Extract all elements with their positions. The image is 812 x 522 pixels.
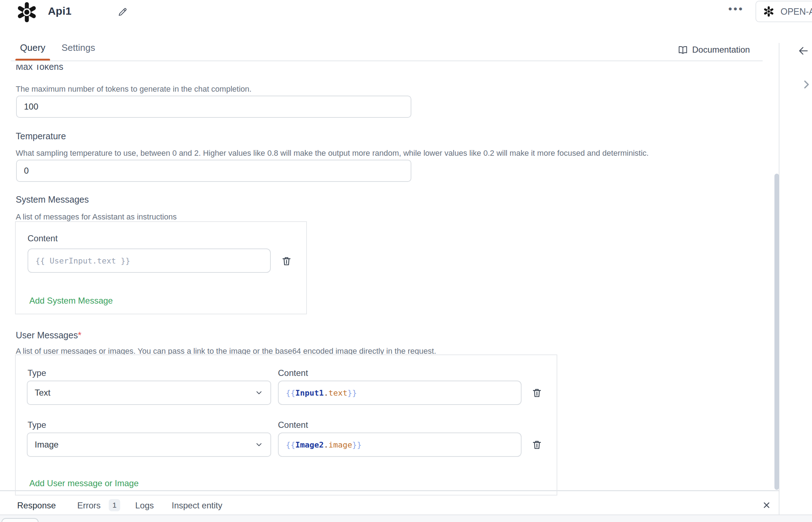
datasource-button-label: OPEN-AI [781,6,812,17]
expand-panel-button[interactable] [801,79,812,90]
code-entity: Input1 [295,388,324,397]
trash-icon [532,439,542,450]
row1-type-value: Text [35,388,50,398]
edit-name-button[interactable] [117,6,128,17]
bottom-strip [0,515,812,522]
code-property: image [328,440,352,449]
query-name-title: Api1 [48,5,72,17]
tab-query[interactable]: Query [20,42,45,53]
bottom-bar-top-divider [0,490,779,491]
chevron-down-icon [255,388,263,397]
bottom-tab-response[interactable]: Response [17,501,56,511]
system-messages-label: System Messages [16,194,89,205]
documentation-label: Documentation [692,45,750,55]
code-property: text [328,388,347,397]
row1-content-input[interactable]: {{Input1.text}} [278,381,522,405]
chevron-right-icon [801,79,812,90]
row2-type-select[interactable]: Image [27,432,271,457]
chevron-down-icon [255,440,263,449]
delete-system-message-button[interactable] [281,256,292,266]
row1-content-label: Content [278,368,308,378]
code-close-brace: }} [347,388,357,397]
temperature-description: What sampling temperature to use, betwee… [16,149,771,158]
close-bottom-pane-button[interactable] [762,501,771,510]
row1-type-label: Type [28,368,46,378]
bottom-tab-inspect-entity[interactable]: Inspect entity [172,501,222,511]
book-icon [678,45,688,55]
system-content-label: Content [28,233,58,243]
openai-logo-small-icon [763,5,775,18]
system-content-placeholder: {{ UserInput.text }} [35,256,130,265]
pencil-icon [117,6,128,17]
errors-count-badge: 1 [109,499,120,511]
bottom-tab-errors[interactable]: Errors [77,501,101,511]
tab-settings[interactable]: Settings [62,42,95,53]
delete-row2-button[interactable] [532,439,542,450]
code-entity: Image2 [295,440,324,449]
trash-icon [532,387,542,398]
code-open-brace: {{ [286,388,295,397]
collapse-panel-button[interactable] [798,45,809,57]
close-icon [762,501,771,510]
code-dot: . [324,440,328,449]
datasource-button[interactable]: OPEN-AI [755,1,812,22]
max-tokens-input[interactable] [16,96,411,118]
delete-row1-button[interactable] [532,387,542,398]
more-menu-button[interactable]: ••• [728,4,744,14]
more-dots-icon: ••• [728,3,744,15]
max-tokens-description: The maximum number of tokens to generate… [16,84,251,94]
query-editor-screen: Api1 ••• [0,0,812,522]
code-open-brace: {{ [286,440,295,449]
scrollbar-thumb[interactable] [774,174,779,490]
tab-divider [11,61,763,61]
code-close-brace: }} [352,440,362,449]
trash-icon [281,256,292,266]
add-user-message-button[interactable]: Add User message or Image [29,478,138,488]
row2-content-label: Content [278,420,308,430]
row1-type-select[interactable]: Text [27,381,271,405]
bottom-tab-logs[interactable]: Logs [135,501,154,511]
temperature-label: Temperature [16,131,66,141]
max-tokens-label: Max Tokens [16,65,63,73]
row2-type-value: Image [35,440,59,450]
system-content-input[interactable]: {{ UserInput.text }} [28,248,271,273]
arrow-left-icon [798,45,809,57]
row2-type-label: Type [28,420,46,430]
row2-content-input[interactable]: {{Image2.image}} [278,432,522,457]
add-system-message-button[interactable]: Add System Message [29,296,113,306]
user-messages-label: User Messages* [16,330,81,340]
documentation-link[interactable]: Documentation [678,45,750,55]
system-messages-description: A list of messages for Assistant as inst… [16,212,177,222]
temperature-input[interactable] [16,160,411,182]
code-dot: . [324,388,328,397]
openai-logo-icon [15,0,39,24]
required-asterisk: * [78,330,82,340]
peek-tab[interactable] [1,518,39,522]
